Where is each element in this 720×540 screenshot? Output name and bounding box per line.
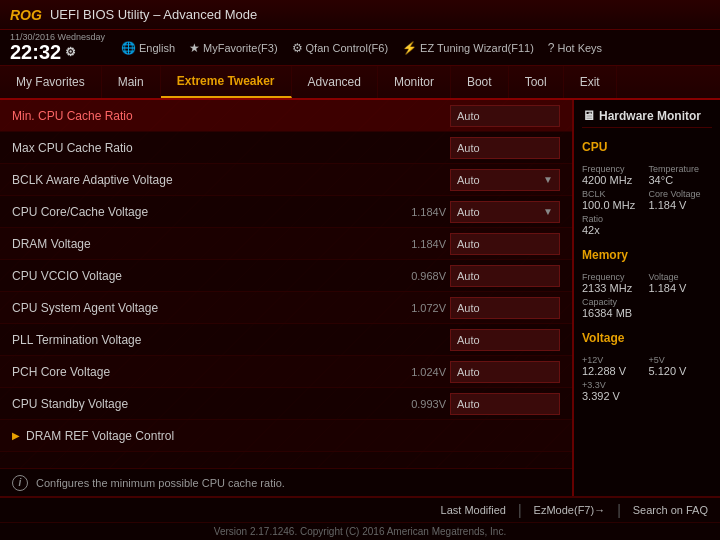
- hw-memory-grid: Frequency 2133 MHz Voltage 1.184 V Capac…: [582, 272, 712, 319]
- main-wrapper: ROG UEFI BIOS Utility – Advanced Mode 11…: [0, 0, 720, 540]
- hw-mem-capacity: Capacity 16384 MB: [582, 297, 712, 319]
- dropdown-arrow-3: ▼: [543, 206, 553, 217]
- setting-label-bclk: BCLK Aware Adaptive Voltage: [12, 173, 450, 187]
- setting-value-group-5: 0.968V Auto: [398, 265, 560, 287]
- setting-value-group-7: Auto: [450, 329, 560, 351]
- setting-dropdown-5[interactable]: Auto: [450, 265, 560, 287]
- language-link[interactable]: 🌐 English: [121, 41, 175, 55]
- title-bar: ROG UEFI BIOS Utility – Advanced Mode: [0, 0, 720, 30]
- setting-dropdown-0[interactable]: Auto: [450, 105, 560, 127]
- rog-logo: ROG: [10, 7, 42, 23]
- setting-current-5: 0.968V: [398, 270, 446, 282]
- myfavorites-link[interactable]: ★ MyFavorite(F3): [189, 41, 278, 55]
- setting-dropdown-2[interactable]: Auto ▼: [450, 169, 560, 191]
- setting-dram-ref-voltage-control[interactable]: ▶ DRAM REF Voltage Control: [0, 420, 572, 452]
- hw-cpu-grid: Frequency 4200 MHz Temperature 34°C BCLK…: [582, 164, 712, 236]
- setting-pch-core-voltage[interactable]: PCH Core Voltage 1.024V Auto: [0, 356, 572, 388]
- setting-dram-voltage[interactable]: DRAM Voltage 1.184V Auto: [0, 228, 572, 260]
- time-display: 22:32 ⚙: [10, 42, 76, 62]
- info-bar: 11/30/2016 Wednesday 22:32 ⚙ 🌐 English ★…: [0, 30, 720, 66]
- hotkeys-icon: ?: [548, 41, 555, 55]
- setting-min-cpu-cache-ratio[interactable]: Min. CPU Cache Ratio Auto: [0, 100, 572, 132]
- hw-mem-voltage: Voltage 1.184 V: [649, 272, 713, 294]
- separator-2: |: [617, 502, 621, 518]
- bottom-actions: Last Modified | EzMode(F7)→ | Search on …: [0, 498, 720, 523]
- setting-current-6: 1.072V: [398, 302, 446, 314]
- info-icon: i: [12, 475, 28, 491]
- setting-dropdown-4[interactable]: Auto: [450, 233, 560, 255]
- hw-section-cpu: CPU: [582, 140, 712, 154]
- main-area: Min. CPU Cache Ratio Auto Max CPU Cache …: [0, 100, 720, 496]
- hw-voltage-grid: +12V 12.288 V +5V 5.120 V +3.3V 3.392 V: [582, 355, 712, 402]
- hw-section-voltage: Voltage: [582, 331, 712, 345]
- setting-label-pll: PLL Termination Voltage: [12, 333, 450, 347]
- setting-current-3: 1.184V: [398, 206, 446, 218]
- nav-boot[interactable]: Boot: [451, 66, 509, 98]
- nav-exit[interactable]: Exit: [564, 66, 617, 98]
- info-strip: i Configures the minimum possible CPU ca…: [0, 468, 572, 496]
- setting-cpu-system-agent-voltage[interactable]: CPU System Agent Voltage 1.072V Auto: [0, 292, 572, 324]
- info-text: Configures the minimum possible CPU cach…: [36, 477, 285, 489]
- right-panel: 🖥 Hardware Monitor CPU Frequency 4200 MH…: [572, 100, 720, 496]
- setting-dropdown-7[interactable]: Auto: [450, 329, 560, 351]
- hotkeys-link[interactable]: ? Hot Keys: [548, 41, 602, 55]
- settings-list: Min. CPU Cache Ratio Auto Max CPU Cache …: [0, 100, 572, 468]
- setting-label-cpu-standby: CPU Standby Voltage: [12, 397, 398, 411]
- star-icon: ★: [189, 41, 200, 55]
- hw-section-memory: Memory: [582, 248, 712, 262]
- hw-cpu-bclk: BCLK 100.0 MHz: [582, 189, 646, 211]
- setting-value-group-4: 1.184V Auto: [398, 233, 560, 255]
- setting-pll-termination-voltage[interactable]: PLL Termination Voltage Auto: [0, 324, 572, 356]
- hw-cpu-frequency: Frequency 4200 MHz: [582, 164, 646, 186]
- setting-label-dram-voltage: DRAM Voltage: [12, 237, 398, 251]
- dropdown-arrow-2: ▼: [543, 174, 553, 185]
- setting-label-max-cpu-cache-ratio: Max CPU Cache Ratio: [12, 141, 450, 155]
- hw-cpu-ratio: Ratio 42x: [582, 214, 646, 236]
- title-text: UEFI BIOS Utility – Advanced Mode: [50, 7, 257, 22]
- setting-dropdown-6[interactable]: Auto: [450, 297, 560, 319]
- setting-cpu-core-cache-voltage[interactable]: CPU Core/Cache Voltage 1.184V Auto ▼: [0, 196, 572, 228]
- copyright-text: Version 2.17.1246. Copyright (C) 2016 Am…: [0, 523, 720, 540]
- hw-monitor-title: 🖥 Hardware Monitor: [582, 108, 712, 128]
- nav-monitor[interactable]: Monitor: [378, 66, 451, 98]
- last-modified-link[interactable]: Last Modified: [441, 504, 506, 516]
- lightning-icon: ⚡: [402, 41, 417, 55]
- setting-dropdown-9[interactable]: Auto: [450, 393, 560, 415]
- nav-extreme-tweaker[interactable]: Extreme Tweaker: [161, 66, 292, 98]
- left-panel: Min. CPU Cache Ratio Auto Max CPU Cache …: [0, 100, 572, 496]
- setting-dropdown-3[interactable]: Auto ▼: [450, 201, 560, 223]
- setting-label-min-cpu-cache-ratio: Min. CPU Cache Ratio: [12, 109, 450, 123]
- bottom-bar: Last Modified | EzMode(F7)→ | Search on …: [0, 496, 720, 540]
- setting-max-cpu-cache-ratio[interactable]: Max CPU Cache Ratio Auto: [0, 132, 572, 164]
- setting-bclk-adaptive-voltage[interactable]: BCLK Aware Adaptive Voltage Auto ▼: [0, 164, 572, 196]
- nav-myfavorites[interactable]: My Favorites: [0, 66, 102, 98]
- hw-cpu-temperature: Temperature 34°C: [649, 164, 713, 186]
- setting-cpu-standby-voltage[interactable]: CPU Standby Voltage 0.993V Auto: [0, 388, 572, 420]
- nav-tool[interactable]: Tool: [509, 66, 564, 98]
- language-icon: 🌐: [121, 41, 136, 55]
- ez-tuning-link[interactable]: ⚡ EZ Tuning Wizard(F11): [402, 41, 534, 55]
- hw-cpu-core-voltage: Core Voltage 1.184 V: [649, 189, 713, 211]
- search-faq-link[interactable]: Search on FAQ: [633, 504, 708, 516]
- nav-advanced[interactable]: Advanced: [292, 66, 378, 98]
- setting-label-cpu-system-agent: CPU System Agent Voltage: [12, 301, 398, 315]
- hw-12v: +12V 12.288 V: [582, 355, 646, 377]
- setting-label-pch-core: PCH Core Voltage: [12, 365, 398, 379]
- setting-value-group-6: 1.072V Auto: [398, 297, 560, 319]
- info-links: 🌐 English ★ MyFavorite(F3) ⚙ Qfan Contro…: [121, 41, 602, 55]
- monitor-icon: 🖥: [582, 108, 595, 123]
- setting-current-8: 1.024V: [398, 366, 446, 378]
- setting-value-group-2: Auto ▼: [450, 169, 560, 191]
- gear-icon[interactable]: ⚙: [65, 46, 76, 58]
- ezmode-link[interactable]: EzMode(F7)→: [534, 504, 606, 516]
- setting-dropdown-1[interactable]: Auto: [450, 137, 560, 159]
- datetime: 11/30/2016 Wednesday 22:32 ⚙: [10, 33, 105, 62]
- setting-cpu-vccio-voltage[interactable]: CPU VCCIO Voltage 0.968V Auto: [0, 260, 572, 292]
- setting-label-cpu-core-cache: CPU Core/Cache Voltage: [12, 205, 398, 219]
- qfan-link[interactable]: ⚙ Qfan Control(F6): [292, 41, 389, 55]
- setting-current-4: 1.184V: [398, 238, 446, 250]
- setting-value-group-0: Auto: [450, 105, 560, 127]
- nav-main[interactable]: Main: [102, 66, 161, 98]
- setting-value-group-3: 1.184V Auto ▼: [398, 201, 560, 223]
- setting-dropdown-8[interactable]: Auto: [450, 361, 560, 383]
